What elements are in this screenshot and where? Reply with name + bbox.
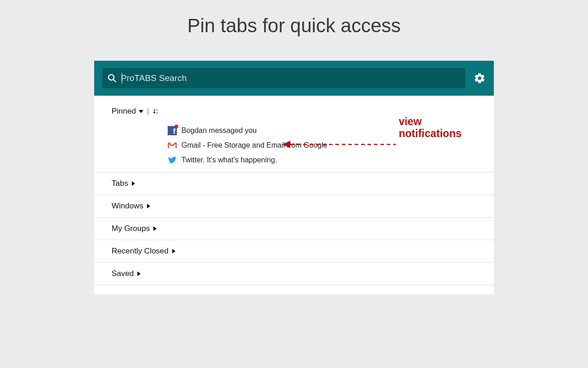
sort-az-button[interactable]: A Z xyxy=(153,108,160,115)
content-panel: Pinned | A Z f Bogdan messaged you xyxy=(94,99,494,294)
caret-right-icon xyxy=(153,226,157,231)
pinned-item-label: Twitter. It's what's happening. xyxy=(181,156,277,164)
svg-text:A: A xyxy=(156,109,158,111)
pinned-section-header[interactable]: Pinned | A Z xyxy=(94,99,494,121)
annotation-arrow-icon xyxy=(281,139,401,150)
search-input[interactable] xyxy=(121,73,461,83)
gmail-icon xyxy=(168,141,177,150)
svg-point-0 xyxy=(108,75,114,80)
notification-dot-icon xyxy=(175,125,178,128)
gear-icon[interactable] xyxy=(474,72,486,84)
saved-section-header[interactable]: Saved xyxy=(94,263,494,285)
tabs-label: Tabs xyxy=(112,179,128,188)
recently-closed-section-header[interactable]: Recently Closed xyxy=(94,240,494,263)
windows-section-header[interactable]: Windows xyxy=(94,195,494,218)
pinned-item-twitter[interactable]: Twitter. It's what's happening. xyxy=(168,153,494,167)
recently-closed-label: Recently Closed xyxy=(112,247,169,256)
my-groups-label: My Groups xyxy=(112,224,150,233)
search-box[interactable] xyxy=(102,68,465,88)
text-cursor xyxy=(122,73,122,84)
svg-marker-6 xyxy=(282,141,290,148)
tabs-section-header[interactable]: Tabs xyxy=(94,172,494,195)
facebook-icon: f xyxy=(168,126,177,135)
caret-down-icon xyxy=(139,110,143,113)
svg-line-1 xyxy=(113,80,116,82)
divider: | xyxy=(147,107,149,116)
pinned-item-label: Bogdan messaged you xyxy=(181,126,257,135)
app-window: Pinned | A Z f Bogdan messaged you xyxy=(94,61,494,294)
svg-text:Z: Z xyxy=(156,111,158,114)
search-icon xyxy=(107,73,117,83)
page-title: Pin tabs for quick access xyxy=(0,15,588,37)
twitter-icon xyxy=(168,155,177,165)
my-groups-section-header[interactable]: My Groups xyxy=(94,218,494,240)
pinned-item-facebook[interactable]: f Bogdan messaged you xyxy=(168,123,494,138)
caret-right-icon xyxy=(172,249,175,253)
saved-label: Saved xyxy=(112,269,134,278)
header-bar xyxy=(94,61,494,96)
windows-label: Windows xyxy=(112,201,143,211)
caret-right-icon xyxy=(147,204,150,208)
caret-right-icon xyxy=(137,271,141,276)
pinned-label: Pinned xyxy=(112,107,136,116)
caret-right-icon xyxy=(132,181,135,186)
